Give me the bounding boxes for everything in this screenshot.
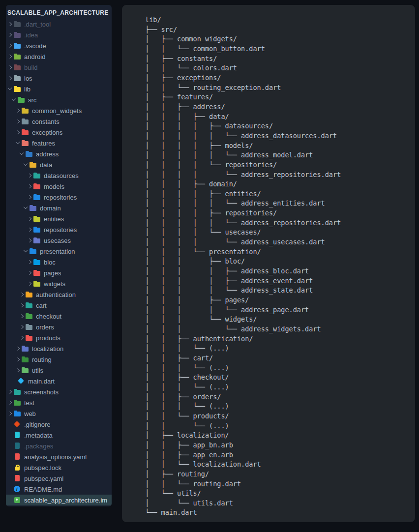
explorer-item-label: constants <box>32 118 60 125</box>
chevron-right-icon <box>7 21 13 28</box>
explorer-item[interactable]: .dart_tool <box>6 19 112 30</box>
explorer-item[interactable]: README.md <box>6 484 112 495</box>
explorer-item-label: bloc <box>44 259 56 266</box>
chevron-placeholder <box>7 475 13 482</box>
explorer-item[interactable]: routing <box>6 354 112 365</box>
chevron-down-icon <box>15 140 21 147</box>
explorer-item-label: screenshots <box>24 388 59 396</box>
explorer-item[interactable]: features <box>6 138 112 148</box>
chevron-right-icon <box>19 324 25 330</box>
explorer-item[interactable]: address <box>6 148 112 159</box>
explorer-item-label: README.md <box>24 486 62 493</box>
orders-folder-icon <box>25 323 33 331</box>
project-title: SCALABLE_APP_ARCHITECTURE <box>6 5 112 19</box>
image-preview-panel[interactable]: lib/ ├── src/ │ ├── common_widgets/ │ │ … <box>122 5 415 522</box>
explorer-item-label: presentation <box>40 248 75 255</box>
explorer-item-label: usecases <box>44 237 71 244</box>
explorer-item-label: data <box>40 161 52 169</box>
explorer-item[interactable]: .idea <box>6 30 112 40</box>
chevron-right-icon <box>27 183 33 190</box>
explorer-item[interactable]: repositories <box>6 224 112 235</box>
explorer-item[interactable]: products <box>6 332 112 343</box>
chevron-right-icon <box>19 335 25 341</box>
explorer-item-label: orders <box>36 324 54 331</box>
explorer-item[interactable]: analysis_options.yaml <box>6 451 112 462</box>
explorer-item[interactable]: models <box>6 181 112 192</box>
chevron-placeholder <box>7 486 13 493</box>
explorer-item[interactable]: constants <box>6 116 112 127</box>
explorer-item[interactable]: widgets <box>6 278 112 289</box>
yaml-file-icon <box>13 453 21 461</box>
explorer-item[interactable]: scalable_app_architecture.im <box>6 495 112 505</box>
models-folder-icon <box>33 182 41 190</box>
widgets-folder-icon <box>21 107 29 115</box>
explorer-item[interactable]: datasources <box>6 170 112 181</box>
explorer-item[interactable]: ios <box>6 73 112 84</box>
constants-folder-icon <box>21 118 29 125</box>
chevron-placeholder <box>7 454 13 460</box>
chevron-right-icon <box>15 129 21 136</box>
explorer-item-label: models <box>44 183 64 190</box>
src-folder-icon <box>17 96 25 104</box>
explorer-item[interactable]: localization <box>6 343 112 354</box>
explorer-item[interactable]: checkout <box>6 311 112 322</box>
explorer-item[interactable]: entities <box>6 213 112 224</box>
explorer-item[interactable]: .vscode <box>6 40 112 51</box>
explorer-item[interactable]: exceptions <box>6 127 112 138</box>
explorer-item-label: analysis_options.yaml <box>24 453 87 461</box>
explorer-item-label: .idea <box>24 31 38 39</box>
explorer-item[interactable]: lib <box>6 84 112 94</box>
chevron-right-icon <box>7 54 13 60</box>
domain-folder-icon <box>29 204 37 212</box>
utils-folder-icon <box>21 366 29 374</box>
explorer-item[interactable]: data <box>6 159 112 170</box>
data-folder-icon <box>29 161 37 169</box>
explorer-item[interactable]: src <box>6 94 112 105</box>
explorer-item[interactable]: usecases <box>6 235 112 246</box>
explorer-item[interactable]: main.dart <box>6 376 112 386</box>
chevron-placeholder <box>7 497 13 503</box>
explorer-item[interactable]: pages <box>6 267 112 278</box>
workbench: SCALABLE_APP_ARCHITECTURE .dart_tool .id… <box>0 0 419 532</box>
explorer-item[interactable]: bloc <box>6 257 112 267</box>
explorer-item[interactable]: authentication <box>6 289 112 300</box>
chevron-right-icon <box>7 389 13 395</box>
chevron-right-icon <box>27 194 33 201</box>
explorer-item-label: lib <box>24 86 30 93</box>
ascii-directory-tree: lib/ ├── src/ │ ├── common_widgets/ │ │ … <box>122 5 415 518</box>
build-folder-icon <box>13 63 21 71</box>
explorer-item[interactable]: android <box>6 51 112 62</box>
lock-icon <box>13 464 21 472</box>
chevron-right-icon <box>19 292 25 298</box>
explorer-item-label: checkout <box>36 313 61 320</box>
explorer-item[interactable]: .metadata <box>6 430 112 441</box>
explorer-item[interactable]: repositories <box>6 192 112 203</box>
explorer-item[interactable]: orders <box>6 322 112 332</box>
explorer-item[interactable]: build <box>6 62 112 73</box>
explorer-item[interactable]: utils <box>6 365 112 376</box>
yaml-file-icon <box>13 474 21 482</box>
readme-info-icon <box>13 485 21 493</box>
explorer-item[interactable]: screenshots <box>6 386 112 397</box>
explorer-item[interactable]: domain <box>6 203 112 213</box>
explorer-item[interactable]: presentation <box>6 246 112 257</box>
explorer-item[interactable]: web <box>6 408 112 419</box>
explorer-item[interactable]: common_widgets <box>6 105 112 116</box>
explorer-item-label: web <box>24 410 36 417</box>
explorer-item[interactable]: pubspec.lock <box>6 462 112 473</box>
chevron-right-icon <box>7 400 13 406</box>
explorer-item-label: build <box>24 64 37 71</box>
explorer-item[interactable]: test <box>6 397 112 408</box>
address-folder-icon <box>25 150 33 158</box>
widgets-folder-icon <box>33 280 41 288</box>
explorer-item-label: .vscode <box>24 42 46 50</box>
explorer-item[interactable]: .gitignore <box>6 419 112 430</box>
chevron-right-icon <box>27 237 33 244</box>
explorer-item[interactable]: cart <box>6 300 112 311</box>
products-folder-icon <box>25 334 33 342</box>
explorer-item-label: cart <box>36 302 47 309</box>
explorer-item-label: main.dart <box>28 378 55 385</box>
explorer-item[interactable]: .packages <box>6 441 112 451</box>
explorer-item[interactable]: pubspec.yaml <box>6 473 112 484</box>
explorer-item-label: address <box>36 150 59 158</box>
